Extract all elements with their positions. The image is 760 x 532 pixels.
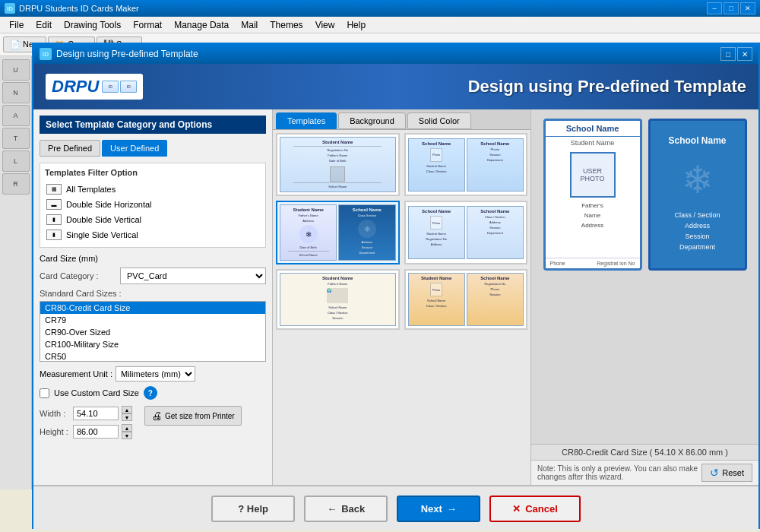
sidebar-icon-2[interactable]: N xyxy=(2,82,30,103)
menu-help[interactable]: Help xyxy=(340,18,372,32)
card-size-row: Card Size (mm) xyxy=(40,254,266,263)
dialog-maximize-btn[interactable]: □ xyxy=(720,47,736,61)
height-up-btn[interactable]: ▲ xyxy=(122,424,132,432)
sidebar-icon-6[interactable]: R xyxy=(2,173,30,195)
sidebar-icon-3[interactable]: A xyxy=(2,105,30,126)
sidebar-icon-1[interactable]: U xyxy=(2,59,30,81)
tab-templates[interactable]: Templates xyxy=(276,112,337,129)
card-category-select[interactable]: PVC_Card xyxy=(120,268,266,284)
filter-single-vertical[interactable]: ▮ Single Side Vertical xyxy=(45,227,261,242)
menu-format[interactable]: Format xyxy=(127,18,168,32)
back-arrow-icon: ← xyxy=(327,503,337,515)
get-size-button[interactable]: 🖨 Get size from Printer xyxy=(144,406,242,426)
help-tooltip-icon[interactable]: ? xyxy=(144,386,157,400)
template-mini-2b: School Name Phone Session Department xyxy=(467,138,524,192)
sidebar-icon-4[interactable]: T xyxy=(2,128,30,149)
front-photo-area: USER PHOTO xyxy=(570,152,616,198)
measurement-label: Measurement Unit : xyxy=(40,369,112,378)
size-cr79[interactable]: CR79 xyxy=(40,314,265,326)
left-panel: Select Template Category and Options Pre… xyxy=(33,109,273,485)
width-up-btn[interactable]: ▲ xyxy=(122,406,132,413)
snowflake-icon: ❄ xyxy=(682,158,714,202)
menu-edit[interactable]: Edit xyxy=(30,18,58,32)
measurement-row: Measurement Unit : Milimeters (mm) xyxy=(40,366,266,382)
back-class-label: Class / Section xyxy=(674,211,720,219)
template-card-4[interactable]: School Name Photo Student Name Registrat… xyxy=(404,201,528,264)
user-photo-label: USER xyxy=(583,167,602,175)
cancel-button[interactable]: ✕ Cancel xyxy=(489,496,581,522)
maximize-button[interactable]: □ xyxy=(724,2,739,14)
preview-note-text: Note: This is only a preview. You can al… xyxy=(537,464,701,481)
size-cr90[interactable]: CR90-Over Sized xyxy=(40,326,265,338)
filter-double-horizontal[interactable]: ▬ Double Side Horizontal xyxy=(45,197,261,212)
template-card-1[interactable]: Student Name Registration No Father's Na… xyxy=(276,133,400,196)
menu-drawing-tools[interactable]: Drawing Tools xyxy=(58,18,127,32)
template-mini-4b: School Name Class / Section Address Sess… xyxy=(467,206,524,259)
tab-predefined[interactable]: Pre Defined xyxy=(40,140,100,157)
filter-double-vertical[interactable]: ▮ Double Side Vertical xyxy=(45,212,261,227)
standard-sizes-label: Standard Card Sizes : xyxy=(40,289,266,298)
front-father-label: Father's xyxy=(546,201,640,211)
menu-view[interactable]: View xyxy=(309,18,341,32)
section-header: Select Template Category and Options xyxy=(40,116,266,134)
window-controls[interactable]: – □ ✕ xyxy=(707,2,755,14)
width-spinner[interactable]: ▲ ▼ xyxy=(122,406,132,421)
back-fields: Class / Section Address Session Departme… xyxy=(674,208,720,254)
custom-size-checkbox[interactable] xyxy=(40,388,49,398)
dialog-title: Design using Pre-defined Template xyxy=(56,49,198,59)
app-icon: ID xyxy=(5,3,15,14)
width-input[interactable] xyxy=(73,407,119,420)
id-card-mini-2: ID xyxy=(120,81,137,93)
tab-solid-color[interactable]: Solid Color xyxy=(407,112,471,129)
reset-icon: ↺ xyxy=(710,467,719,479)
id-card-back-preview: School Name ❄ Class / Section Address Se… xyxy=(648,119,747,271)
card-category-label: Card Category : xyxy=(40,271,116,280)
tab-background[interactable]: Background xyxy=(338,112,406,129)
main-content: Select Template Category and Options Pre… xyxy=(33,109,758,485)
height-down-btn[interactable]: ▼ xyxy=(122,432,132,439)
size-cr50[interactable]: CR50 xyxy=(40,350,265,362)
help-button[interactable]: ? Help xyxy=(211,496,295,522)
template-mini-5a: Student Name Father's Name 🌍 School Name… xyxy=(280,273,396,326)
filter-all-icon: ▦ xyxy=(46,184,62,195)
reset-button[interactable]: ↺ Reset xyxy=(701,464,752,482)
front-footer: Phone Registrat ion No xyxy=(546,258,640,268)
dialog-close-btn[interactable]: ✕ xyxy=(737,47,752,61)
user-photo-label2: PHOTO xyxy=(581,175,605,182)
height-spinner[interactable]: ▲ ▼ xyxy=(122,424,132,439)
height-row: Height : ▲ ▼ xyxy=(40,424,132,439)
template-card-5[interactable]: Student Name Father's Name 🌍 School Name… xyxy=(276,269,400,330)
template-mini-1a: Student Name Registration No Father's Na… xyxy=(280,137,396,192)
back-button[interactable]: ← Back xyxy=(304,496,388,522)
dialog-title-bar: ID Design using Pre-defined Template □ ✕ xyxy=(33,44,758,64)
size-list[interactable]: CR80-Credit Card Size CR79 CR90-Over Siz… xyxy=(40,301,266,362)
height-input[interactable] xyxy=(73,425,119,439)
filter-all-templates[interactable]: ▦ All Templates xyxy=(45,182,261,197)
front-address-label: Address xyxy=(546,220,640,230)
dialog-controls[interactable]: □ ✕ xyxy=(720,47,752,61)
template-card-2[interactable]: School Name Photo Student Name Class / S… xyxy=(404,133,528,196)
width-down-btn[interactable]: ▼ xyxy=(122,413,132,421)
sidebar-icon-5[interactable]: L xyxy=(2,150,30,172)
next-button[interactable]: Next → xyxy=(397,496,480,522)
template-card-3[interactable]: Student Name Father's Name Address ❄ Dat… xyxy=(276,201,400,264)
minimize-button[interactable]: – xyxy=(707,2,722,14)
template-grid: Student Name Registration No Father's Na… xyxy=(276,133,527,482)
size-cr100[interactable]: CR100-Military Size xyxy=(40,338,265,350)
filter-sv-icon: ▮ xyxy=(46,230,62,240)
menu-manage-data[interactable]: Manage Data xyxy=(168,18,235,32)
front-phone-label: Phone xyxy=(550,261,565,266)
template-card-6[interactable]: Student Name Photo School Name Class / S… xyxy=(404,269,528,330)
menu-file[interactable]: File xyxy=(3,18,30,32)
menu-themes[interactable]: Themes xyxy=(264,18,309,32)
center-panel: Templates Background Solid Color Student… xyxy=(273,109,530,485)
close-button[interactable]: ✕ xyxy=(740,2,755,14)
tab-userdefined[interactable]: User Defined xyxy=(102,140,167,157)
id-card-front-preview: School Name Student Name USER PHOTO Fath… xyxy=(543,119,642,271)
measurement-select[interactable]: Milimeters (mm) xyxy=(116,366,195,382)
preview-size-info: CR80-Credit Card Size ( 54.10 X 86.00 mm… xyxy=(531,444,758,460)
front-name-label: Name xyxy=(546,211,640,220)
size-cr80[interactable]: CR80-Credit Card Size xyxy=(40,302,265,314)
template-mini-3a: Student Name Father's Name Address ❄ Dat… xyxy=(280,204,337,261)
menu-mail[interactable]: Mail xyxy=(235,18,264,32)
